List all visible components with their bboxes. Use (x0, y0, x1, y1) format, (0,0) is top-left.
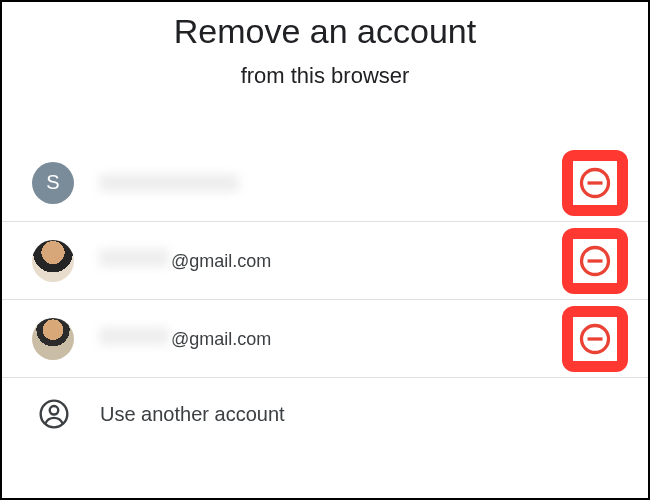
minus-circle-icon (577, 321, 613, 357)
email-suffix: @gmail.com (171, 251, 271, 272)
remove-button-inner (573, 161, 617, 205)
remove-account-button[interactable] (562, 150, 628, 216)
dialog-header: Remove an account from this browser (2, 2, 648, 89)
use-another-account-label: Use another account (100, 403, 285, 426)
avatar-photo (32, 240, 74, 282)
account-row[interactable]: @gmail.com (2, 300, 648, 378)
redacted-text (99, 327, 169, 345)
remove-account-button[interactable] (562, 228, 628, 294)
account-row[interactable]: S (2, 144, 648, 222)
redacted-text (99, 174, 239, 192)
account-email: @gmail.com (99, 249, 618, 272)
account-list: S @gmail.com (2, 144, 648, 450)
dialog-subtitle: from this browser (2, 63, 648, 89)
minus-circle-icon (577, 243, 613, 279)
avatar-initial: S (46, 171, 59, 194)
avatar-photo (32, 318, 74, 360)
email-suffix: @gmail.com (171, 329, 271, 350)
person-circle-icon (36, 396, 72, 432)
svg-point-7 (50, 406, 59, 415)
account-email: @gmail.com (99, 327, 618, 350)
dialog-title: Remove an account (2, 12, 648, 51)
account-row[interactable]: @gmail.com (2, 222, 648, 300)
remove-button-inner (573, 317, 617, 361)
minus-circle-icon (577, 165, 613, 201)
avatar-letter: S (32, 162, 74, 204)
redacted-text (99, 249, 169, 267)
remove-button-inner (573, 239, 617, 283)
account-email (99, 174, 618, 192)
remove-account-button[interactable] (562, 306, 628, 372)
use-another-account[interactable]: Use another account (2, 378, 648, 450)
